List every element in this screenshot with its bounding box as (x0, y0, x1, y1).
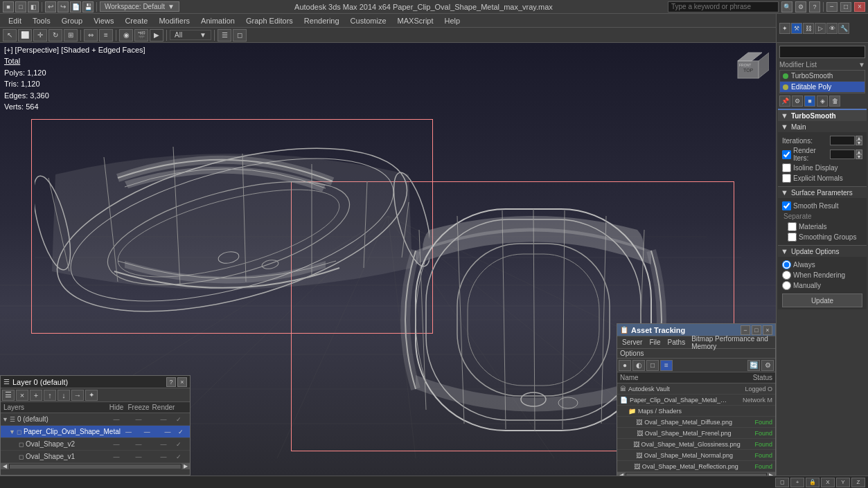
panel-tab-display[interactable]: 👁 (826, 23, 838, 34)
layer-row-ovalv1[interactable]: ◻ Oval_Shape_v1 — — — ✓ (1, 451, 190, 463)
status-btn-6[interactable]: Z (851, 478, 865, 487)
layers-scrollbar[interactable]: ◀ ▶ (1, 463, 190, 469)
render-btn[interactable]: ▶ (150, 29, 163, 42)
layer-row-ovalv2[interactable]: ◻ Oval_Shape_v2 — — — ✓ (1, 438, 190, 451)
layers-delete-btn[interactable]: × (16, 390, 28, 401)
asset-tb-2[interactable]: ◐ (632, 360, 645, 371)
win-restore-btn[interactable]: □ (840, 2, 851, 12)
win-minimize-btn[interactable]: − (826, 2, 838, 12)
win-close-btn[interactable]: × (854, 2, 865, 12)
ts-render-iters-input[interactable]: 2 (830, 150, 855, 159)
redo-btn[interactable]: ↪ (57, 1, 69, 12)
modifier-turbossmooth[interactable]: TurboSmooth (780, 71, 865, 82)
layers-question-btn[interactable]: ? (166, 377, 176, 387)
move-btn[interactable]: ✛ (33, 29, 47, 42)
asset-tb-5[interactable]: 🔄 (747, 360, 760, 371)
align-btn[interactable]: ≡ (99, 29, 113, 42)
modifier-editablepoly[interactable]: Editable Poly (780, 82, 865, 93)
ts-render-iters-checkbox[interactable] (782, 150, 791, 159)
object-name-input[interactable]: Oval_Shape_v1 (779, 46, 865, 58)
toolbar-icon3[interactable]: ◧ (28, 1, 39, 12)
pin-stack-btn[interactable]: 📌 (779, 96, 790, 107)
layers-close-btn[interactable]: × (177, 377, 187, 387)
ts-surface-header[interactable]: ▼ Surface Parameters (778, 186, 867, 198)
menu-rendering[interactable]: Rendering (299, 15, 345, 26)
layers-scroll-left[interactable]: ◀ (1, 464, 9, 469)
menu-group[interactable]: Group (56, 15, 89, 26)
search-input[interactable] (668, 1, 779, 12)
help-btn[interactable]: ? (809, 1, 820, 12)
menu-views[interactable]: Views (88, 15, 119, 26)
configure-btn[interactable]: ⚙ (792, 96, 803, 107)
layers-new-btn[interactable]: ☰ (2, 390, 15, 401)
asset-row-reflection[interactable]: 🖼 Oval_Shape_Metal_Reflection.png Found (617, 461, 775, 472)
layers-move-up-btn[interactable]: ↑ (44, 390, 56, 401)
status-btn-4[interactable]: X (821, 478, 835, 487)
asset-row-file[interactable]: 📄 Paper_Clip_Oval_Shape_Metal_max_vray.m… (617, 395, 775, 406)
asset-tb-1[interactable]: ● (619, 360, 631, 371)
toolbar-icon1[interactable]: ■ (3, 1, 14, 12)
ts-smooth-result-checkbox[interactable] (782, 201, 791, 210)
modifier-dropdown-arrow[interactable]: ▼ (858, 61, 865, 69)
viewport-label[interactable]: [+] [Perspective] [Shaded + Edged Faces] (4, 46, 145, 54)
panel-tab-modify[interactable]: ⚒ (791, 23, 802, 34)
status-btn-5[interactable]: Y (836, 478, 850, 487)
toolbar-icon2[interactable]: □ (15, 1, 26, 12)
menu-create[interactable]: Create (119, 15, 153, 26)
ts-update-header[interactable]: ▼ Update Options (778, 245, 867, 257)
ts-always-radio[interactable] (782, 260, 791, 269)
object-btn[interactable]: ◻ (233, 29, 247, 42)
asset-row-vault[interactable]: 🏛 Autodesk Vault Logged O (617, 383, 775, 395)
rotate-btn[interactable]: ↻ (48, 29, 62, 42)
asset-tb-4[interactable]: ≡ (660, 360, 673, 371)
status-btn-1[interactable]: ◻ (775, 478, 789, 487)
ts-materials-checkbox[interactable] (788, 222, 797, 231)
layers-move-down-btn[interactable]: ↓ (57, 390, 70, 401)
undo-btn[interactable]: ↩ (45, 1, 56, 12)
layers-scroll-thumb[interactable] (10, 464, 181, 469)
asset-tb-6[interactable]: ⚙ (761, 360, 774, 371)
asset-menu-file[interactable]: File (646, 337, 664, 347)
file-btn[interactable]: 📄 (70, 1, 81, 12)
ts-manually-radio[interactable] (782, 281, 791, 290)
ts-main-header[interactable]: ▼ Main (778, 121, 867, 132)
layer-btn[interactable]: ☰ (218, 29, 231, 42)
menu-animation[interactable]: Animation (195, 15, 240, 26)
status-btn-2[interactable]: + (790, 478, 804, 487)
make-unique-btn[interactable]: ◈ (817, 96, 828, 107)
asset-menu-paths[interactable]: Paths (664, 337, 689, 347)
panel-tab-hierarchy[interactable]: ⛓ (803, 23, 814, 34)
turbossmooth-section-header[interactable]: ▼ TurboSmooth (778, 110, 867, 121)
ts-update-btn[interactable]: Update (782, 293, 862, 307)
menu-customize[interactable]: Customize (345, 15, 392, 26)
menu-help[interactable]: Help (439, 15, 466, 26)
panel-tab-motion[interactable]: ▷ (815, 23, 826, 34)
select-btn[interactable]: ↖ (3, 29, 17, 42)
filter-dropdown[interactable]: All▼ (170, 30, 211, 40)
menu-modifiers[interactable]: Modifiers (153, 15, 195, 26)
show-end-result-btn[interactable]: ■ (804, 96, 815, 107)
ts-when-rendering-radio[interactable] (782, 271, 791, 280)
asset-row-frenel[interactable]: 🖼 Oval_Shape_Metal_Frenel.png Found (617, 428, 775, 439)
asset-menu-bitmap[interactable]: Bitmap Performance and Memory (689, 334, 771, 352)
panel-tab-create[interactable]: ✦ (779, 23, 790, 34)
settings-btn[interactable]: ⚙ (795, 1, 806, 12)
select-region-btn[interactable]: ⬜ (18, 29, 32, 42)
save-btn[interactable]: 💾 (82, 1, 94, 12)
viewport-cube[interactable]: TOP FRONT (731, 47, 769, 85)
asset-menu-server[interactable]: Server (619, 337, 646, 347)
asset-options-text[interactable]: Options (620, 350, 644, 357)
menu-graph-editors[interactable]: Graph Editors (240, 15, 299, 26)
material-editor-btn[interactable]: ◉ (119, 29, 133, 42)
layers-select-btn[interactable]: ✦ (85, 390, 98, 401)
asset-row-glossiness[interactable]: 🖼 Oval_Shape_Metal_Glossiness.png Found (617, 439, 775, 450)
layers-add-btn[interactable]: + (30, 390, 42, 401)
menu-edit[interactable]: Edit (3, 15, 27, 26)
ts-isoline-checkbox[interactable] (782, 163, 791, 172)
search-btn[interactable]: 🔍 (781, 1, 792, 12)
ts-smoothing-checkbox[interactable] (788, 233, 797, 242)
menu-tools[interactable]: Tools (27, 15, 56, 26)
asset-row-diffuse[interactable]: 🖼 Oval_Shape_Metal_Diffuse.png Found (617, 417, 775, 428)
asset-row-normal[interactable]: 🖼 Oval_Shape_Metal_Normal.png Found (617, 450, 775, 461)
render-setup-btn[interactable]: 🎬 (134, 29, 148, 42)
